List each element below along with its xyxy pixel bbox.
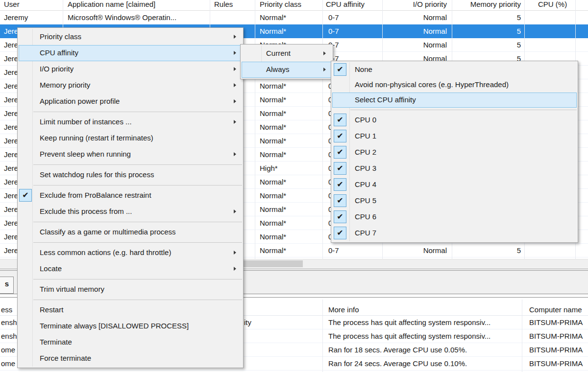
menu-item-limit-number-of-instances[interactable]: Limit number of instances ... — [19, 114, 242, 130]
menu-item-select-cpu-affinity[interactable]: Select CPU affinity — [332, 93, 577, 108]
cell-priority-class: Normal* — [260, 246, 286, 255]
checkmark-icon: ✔ — [334, 194, 346, 207]
column-header-user[interactable]: User — [4, 0, 20, 8]
log-column-header-more-info[interactable]: More info — [328, 305, 359, 314]
cell-cpu-affinity: 0-7 — [328, 13, 339, 22]
checkmark-icon: ✔ — [334, 178, 346, 191]
checkmark-icon: ✔ — [334, 114, 346, 126]
menu-item-terminate-always-disallowed-process[interactable]: Terminate always [DISALLOWED PROCESS] — [19, 318, 242, 334]
cpu-affinity-checkbox-item-cpu-1[interactable]: CPU 1✔ — [332, 128, 577, 144]
menu-item-label: CPU 7 — [355, 229, 376, 237]
cpu-affinity-checkbox-item-cpu-4[interactable]: CPU 4✔ — [332, 177, 577, 193]
cell-priority-class: Normal* — [260, 27, 286, 35]
menu-item-memory-priority[interactable]: Memory priority — [19, 77, 242, 93]
menu-item-avoid-non-physical-cores-e-g-hyperthread[interactable]: Avoid non-physical cores (e.g. HyperThre… — [332, 77, 577, 93]
log-column-header-computer-name[interactable]: Computer name — [529, 305, 582, 314]
menu-item-label: Always — [266, 65, 290, 73]
cell-priority-class: Normal* — [260, 123, 286, 131]
column-separator — [322, 0, 323, 259]
menu-item-terminate[interactable]: Terminate — [19, 334, 242, 350]
column-header-rules[interactable]: Rules — [214, 0, 233, 8]
menu-item-label: CPU affinity — [40, 48, 78, 57]
menu-item-label: Current — [266, 49, 291, 57]
log-cell-process-partial: ensh — [1, 318, 17, 326]
menu-item-label: Set watchdog rules for this process — [40, 170, 154, 179]
column-header-memory-priority[interactable]: Memory priority — [431, 0, 521, 8]
menu-item-classify-as-a-game-or-multimedia-process[interactable]: Classify as a game or multimedia process — [19, 224, 242, 240]
menu-item-keep-running-restart-if-terminates[interactable]: Keep running (restart if terminates) — [19, 130, 242, 146]
menu-item-label: Terminate always [DISALLOWED PROCESS] — [40, 322, 189, 330]
checkmark-icon: ✔ — [334, 162, 346, 175]
log-cell-computer-name: BITSUM-PRIMA — [529, 318, 583, 326]
cell-priority-class: Normal* — [260, 95, 286, 104]
menu-item-exclude-from-probalance-restraint[interactable]: Exclude from ProBalance restraint✔ — [19, 187, 242, 204]
menu-item-label: CPU 4 — [355, 180, 376, 188]
log-column-separator — [522, 300, 522, 372]
cpu-affinity-checkbox-item-cpu-3[interactable]: CPU 3✔ — [332, 161, 577, 177]
cell-priority-class: Normal* — [260, 150, 286, 159]
cell-priority-class: Normal* — [260, 13, 286, 22]
cpu-affinity-checkbox-item-cpu-7[interactable]: CPU 7✔ — [332, 225, 577, 241]
cell-priority-class: High* — [260, 164, 278, 172]
submenu-arrow-icon — [234, 99, 236, 103]
column-header-cpu-affinity[interactable]: CPU affinity — [326, 0, 365, 8]
submenu-arrow-icon — [323, 68, 326, 71]
menu-item-none[interactable]: None✔ — [332, 62, 577, 77]
cpu-affinity-checkbox-item-cpu-0[interactable]: CPU 0✔ — [332, 112, 577, 128]
always-affinity-submenu: None✔Avoid non-physical cores (e.g. Hype… — [331, 61, 578, 243]
submenu-arrow-icon — [234, 67, 236, 71]
menu-item-set-watchdog-rules-for-this-process[interactable]: Set watchdog rules for this process — [19, 167, 242, 183]
cpu-affinity-checkbox-item-cpu-5[interactable]: CPU 5✔ — [332, 193, 577, 209]
menu-item-i-o-priority[interactable]: I/O priority — [19, 61, 242, 77]
cell-memory-priority: 5 — [431, 41, 521, 49]
process-table-header: UserApplication name [claimed]RulesPrior… — [0, 0, 588, 11]
cell-priority-class: Normal* — [260, 109, 286, 117]
menu-item-cpu-affinity[interactable]: CPU affinity — [19, 45, 242, 61]
cell-application-name: Microsoft® Windows® Operatin... — [68, 13, 176, 22]
menu-item-label: Less common actions (e.g. hard throttle) — [40, 248, 171, 256]
partial-tab[interactable]: s — [0, 277, 14, 294]
menu-item-locate[interactable]: Locate — [19, 261, 242, 277]
column-separator — [255, 0, 255, 259]
cell-user: Jeremy — [4, 13, 28, 22]
menu-item-label: Exclude this process from ... — [40, 207, 132, 215]
column-header-cpu[interactable]: CPU (%) — [538, 0, 567, 8]
menu-item-label: CPU 5 — [355, 196, 376, 205]
cpu-affinity-checkbox-item-cpu-6[interactable]: CPU 6✔ — [332, 209, 577, 225]
checkmark-icon: ✔ — [334, 63, 346, 76]
log-column-separator — [322, 300, 323, 372]
log-cell-computer-name: BITSUM-PRIMA — [529, 346, 583, 354]
log-cell-process-partial: ome — [1, 359, 15, 368]
menu-item-priority-class[interactable]: Priority class — [19, 29, 242, 45]
menu-separator — [19, 220, 242, 224]
checkmark-icon: ✔ — [334, 227, 346, 239]
menu-item-current[interactable]: Current — [242, 46, 332, 62]
cell-priority-class: Normal* — [260, 232, 286, 241]
log-cell-more-info: The process has quit affecting system re… — [328, 318, 490, 326]
checkmark-icon: ✔ — [334, 130, 346, 142]
menu-item-exclude-this-process-from[interactable]: Exclude this process from ... — [19, 204, 242, 220]
menu-item-always[interactable]: Always — [242, 62, 332, 78]
menu-item-label: CPU 6 — [355, 212, 376, 221]
submenu-arrow-icon — [234, 267, 236, 271]
menu-item-label: CPU 2 — [355, 148, 376, 156]
menu-separator — [19, 298, 242, 302]
menu-item-less-common-actions-e-g-hard-throttle[interactable]: Less common actions (e.g. hard throttle) — [19, 245, 242, 261]
menu-item-label: Priority class — [40, 32, 81, 41]
log-cell-computer-name: BITSUM-PRIMA — [529, 332, 583, 340]
menu-separator — [19, 163, 242, 167]
menu-item-prevent-sleep-when-running[interactable]: Prevent sleep when running — [19, 146, 242, 163]
menu-item-trim-virtual-memory[interactable]: Trim virtual memory — [19, 281, 242, 298]
submenu-arrow-icon — [234, 251, 236, 255]
column-header-application-name-claimed[interactable]: Application name [claimed] — [68, 0, 155, 8]
cell-memory-priority: 5 — [431, 13, 521, 22]
menu-item-application-power-profile[interactable]: Application power profile — [19, 93, 242, 110]
cpu-affinity-checkbox-item-cpu-2[interactable]: CPU 2✔ — [332, 144, 577, 161]
menu-item-restart[interactable]: Restart — [19, 302, 242, 318]
log-column-header-partial[interactable]: ess — [1, 305, 12, 314]
column-header-priority-class[interactable]: Priority class — [260, 0, 301, 8]
cell-priority-class: Normal* — [260, 205, 286, 213]
table-row[interactable]: JeremyMicrosoft® Windows® Operatin...Nor… — [0, 11, 588, 24]
log-cell-more-info: Ran for 18 secs. Average CPU use 0.05%. — [328, 346, 467, 354]
menu-item-force-terminate[interactable]: Force terminate — [19, 350, 242, 367]
